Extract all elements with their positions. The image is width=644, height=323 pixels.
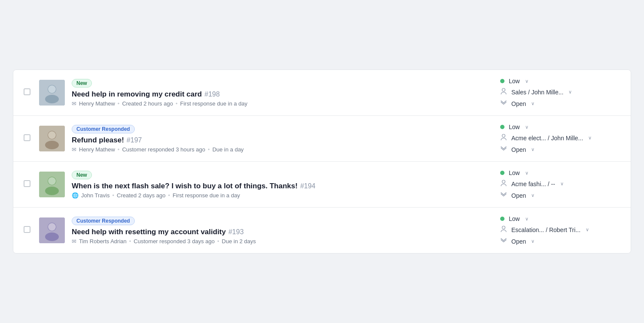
meta-separator-2: • [208,146,210,153]
status-icon [500,100,507,108]
priority-label: Low [509,215,520,222]
ticket-title: Need help in removing my credit card #19… [72,90,493,99]
ticket-row[interactable]: Customer Responded Refund please! #197 ✉… [13,116,631,162]
ticket-meta: 🌐 John Travis • Created 2 days ago • Fir… [72,192,493,199]
team-dropdown-icon: ∨ [568,89,572,95]
priority-selector[interactable]: Low ∨ [500,78,529,85]
ticket-due-info: Due in 2 days [222,238,256,245]
avatar-figure [39,80,65,106]
team-agent-label: Sales / John Mille... [511,89,563,96]
status-label: Open [511,238,526,245]
status-badge: New [72,171,92,179]
ticket-content: New Need help in removing my credit card… [72,79,493,107]
svg-point-11 [48,177,56,185]
meta-separator-2: • [168,192,170,199]
ticket-created-info: Customer responded 3 days ago [134,238,215,245]
ticket-created-info: Customer responded 3 hours ago [122,146,205,153]
status-dropdown-icon: ∨ [531,101,535,106]
ticket-right-panel: Low ∨ Sales / John Mille... ∨ [500,78,620,108]
ticket-row[interactable]: New When is the next flash sale? I wish … [13,162,631,208]
ticket-subject: Need help in removing my credit card [72,90,202,99]
meta-separator: • [129,238,131,245]
avatar [39,172,65,197]
checkbox-area [24,134,32,143]
avatar-figure [39,217,65,243]
ticket-meta: ✉ Henry Mathew • Customer responded 3 ho… [72,146,493,153]
ticket-created-info: Created 2 hours ago [122,100,173,107]
priority-dropdown-icon: ∨ [525,124,529,130]
svg-point-3 [48,85,56,93]
ticket-row[interactable]: Customer Responded Need help with resett… [13,208,631,253]
checkbox-area [24,180,32,189]
email-icon: ✉ [72,100,76,107]
meta-separator: • [118,146,120,153]
ticket-assignee: Henry Mathew [79,146,115,153]
priority-dot [500,171,504,175]
status-selector[interactable]: Open ∨ [500,237,535,245]
ticket-right-panel: Low ∨ Acme fashi... / -- ∨ [500,169,620,199]
status-icon [500,145,507,154]
email-icon: ✉ [72,238,76,245]
ticket-checkbox[interactable] [24,88,30,95]
team-agent-selector[interactable]: Sales / John Mille... ∨ [500,88,572,96]
ticket-due-info: First response due in a day [180,100,247,107]
priority-selector[interactable]: Low ∨ [500,215,529,222]
ticket-due-info: First response due in a day [173,192,240,199]
status-label: Open [511,192,526,199]
priority-dot [500,79,504,83]
priority-dot [500,217,504,221]
svg-point-14 [45,232,59,241]
team-dropdown-icon: ∨ [560,181,564,187]
ticket-right-panel: Low ∨ Acme elect... / John Mille... ∨ [500,124,620,154]
priority-dot [500,125,504,129]
status-dropdown-icon: ∨ [531,238,535,244]
ticket-id: #194 [300,182,316,190]
ticket-assignee: Henry Mathew [79,100,115,107]
status-selector[interactable]: Open ∨ [500,100,535,108]
priority-dropdown-icon: ∨ [525,216,529,222]
status-selector[interactable]: Open ∨ [500,191,535,199]
svg-point-10 [45,187,59,195]
status-selector[interactable]: Open ∨ [500,145,535,154]
avatar-figure [39,172,65,197]
svg-point-15 [48,223,56,231]
ticket-meta: ✉ Tim Roberts Adrian • Customer responde… [72,238,493,245]
priority-label: Low [509,169,520,176]
team-agent-label: Acme fashi... / -- [511,181,555,187]
ticket-due-info: Due in a day [213,146,244,153]
status-label: Open [511,146,526,153]
ticket-id: #197 [127,136,142,144]
avatar [39,80,65,106]
status-badge: New [72,79,92,88]
team-agent-label: Escalation... / Robert Tri... [511,226,580,233]
team-agent-selector[interactable]: Acme fashi... / -- ∨ [500,180,564,188]
priority-label: Low [509,78,520,85]
ticket-id: #193 [228,228,244,236]
team-agent-selector[interactable]: Escalation... / Robert Tri... ∨ [500,226,589,234]
status-icon [500,191,507,199]
ticket-checkbox[interactable] [24,226,30,233]
person-icon [500,180,507,188]
status-badge: Customer Responded [72,217,135,225]
ticket-content: Customer Responded Need help with resett… [72,217,493,245]
ticket-row[interactable]: New Need help in removing my credit card… [13,70,631,116]
checkbox-area [24,226,32,235]
priority-selector[interactable]: Low ∨ [500,124,529,130]
team-dropdown-icon: ∨ [586,227,589,232]
team-dropdown-icon: ∨ [588,135,592,141]
meta-separator-2: • [176,100,178,107]
status-dropdown-icon: ∨ [531,147,535,152]
ticket-assignee: John Travis [81,192,109,199]
priority-dropdown-icon: ∨ [525,78,529,84]
person-icon [500,134,507,142]
ticket-checkbox[interactable] [24,180,30,187]
checkbox-area [24,88,32,97]
ticket-checkbox[interactable] [24,134,30,141]
person-icon [500,88,507,96]
team-agent-selector[interactable]: Acme elect... / John Mille... ∨ [500,134,592,142]
meta-separator: • [112,192,114,199]
svg-point-7 [48,131,56,139]
priority-selector[interactable]: Low ∨ [500,169,529,176]
status-label: Open [511,100,526,107]
avatar [39,126,65,151]
